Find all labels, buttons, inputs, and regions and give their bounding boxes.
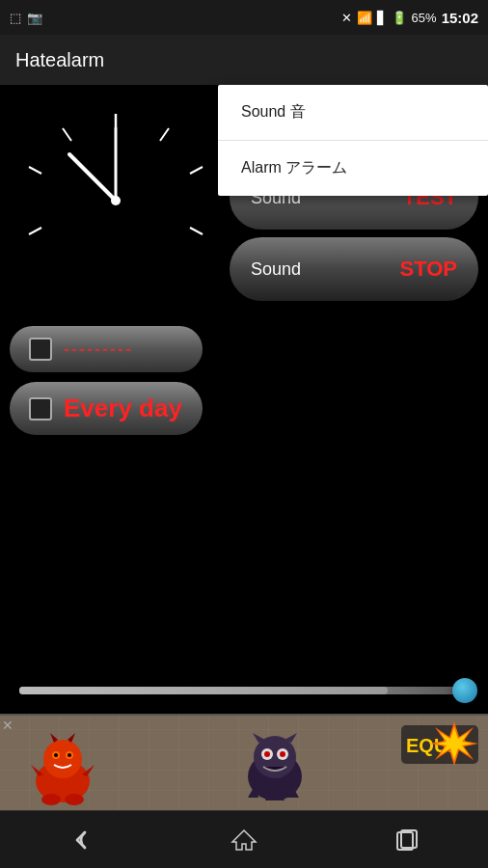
status-bar: ⬚ 📷 ✕ 📶 ▋ 🔋 65% 15:02: [0, 0, 488, 35]
svg-point-9: [111, 196, 121, 205]
app-bar: Hatealarm: [0, 35, 488, 85]
checkbox-dashes-label: ---------: [64, 339, 133, 360]
checkbox-section: --------- Every day: [10, 326, 203, 435]
svg-point-27: [280, 751, 285, 757]
sound-stop-label: Sound: [251, 259, 301, 280]
checkbox-everyday-label: Every day: [64, 393, 182, 423]
home-icon: [230, 827, 258, 854]
home-button[interactable]: [215, 821, 273, 859]
clock-area: [10, 95, 231, 316]
recents-button[interactable]: [378, 821, 436, 859]
dropdown-item-alarm[interactable]: Alarm アラーム: [218, 141, 488, 196]
back-button[interactable]: [52, 821, 110, 859]
svg-line-3: [29, 167, 41, 174]
camera-icon: 📷: [27, 11, 42, 25]
recents-icon: [393, 827, 420, 854]
bottom-nav: [0, 810, 488, 868]
svg-line-2: [190, 167, 203, 174]
character-ghost-svg: [231, 728, 318, 805]
slider-fill: [19, 687, 388, 694]
status-time: 15:02: [442, 10, 478, 26]
status-left-icons: ⬚ 📷: [10, 11, 42, 25]
sound-stop-button[interactable]: Sound STOP: [230, 237, 478, 301]
bluetooth-icon: ✕: [341, 11, 352, 25]
checkbox-dashes-item[interactable]: ---------: [10, 326, 203, 372]
svg-line-4: [63, 128, 71, 141]
checkbox-dashes-box[interactable]: [29, 338, 52, 361]
character-ghost: [231, 728, 328, 805]
game-logo: EQUIP: [401, 725, 478, 768]
slider-section: [10, 687, 478, 694]
svg-line-5: [29, 228, 41, 234]
svg-point-15: [68, 753, 71, 757]
volume-slider-track[interactable]: [19, 687, 469, 694]
svg-point-26: [264, 751, 270, 757]
svg-line-1: [160, 128, 169, 141]
dropdown-menu: Sound 音 Alarm アラーム: [218, 85, 488, 196]
svg-point-20: [41, 794, 61, 805]
explosion-svg: [430, 719, 478, 768]
wifi-icon: 📶: [357, 11, 372, 25]
svg-point-11: [43, 740, 82, 778]
svg-line-6: [190, 228, 203, 234]
signal-icon: ▋: [377, 11, 387, 25]
app-title: Hatealarm: [15, 49, 104, 71]
battery-percent: 65%: [412, 11, 437, 25]
battery-icon: 🔋: [392, 11, 407, 25]
dropdown-item-sound[interactable]: Sound 音: [218, 85, 488, 141]
banner-close-button[interactable]: ✕: [2, 718, 14, 733]
svg-point-21: [65, 794, 84, 805]
checkbox-everyday-box[interactable]: [29, 397, 52, 420]
svg-point-23: [254, 736, 296, 778]
screenshot-icon: ⬚: [10, 11, 21, 25]
clock-svg: [10, 95, 222, 307]
svg-line-7: [69, 154, 116, 201]
character-red-svg: [19, 728, 106, 805]
checkbox-everyday-item[interactable]: Every day: [10, 382, 203, 435]
character-red: [19, 728, 116, 805]
svg-marker-38: [232, 830, 256, 850]
status-right-icons: ✕ 📶 ▋ 🔋 65% 15:02: [341, 10, 478, 26]
characters-banner: EQUIP ✕: [0, 714, 488, 810]
sound-stop-value: STOP: [399, 257, 457, 282]
slider-thumb[interactable]: [452, 678, 477, 703]
back-icon: [68, 827, 95, 854]
svg-point-14: [54, 753, 58, 757]
